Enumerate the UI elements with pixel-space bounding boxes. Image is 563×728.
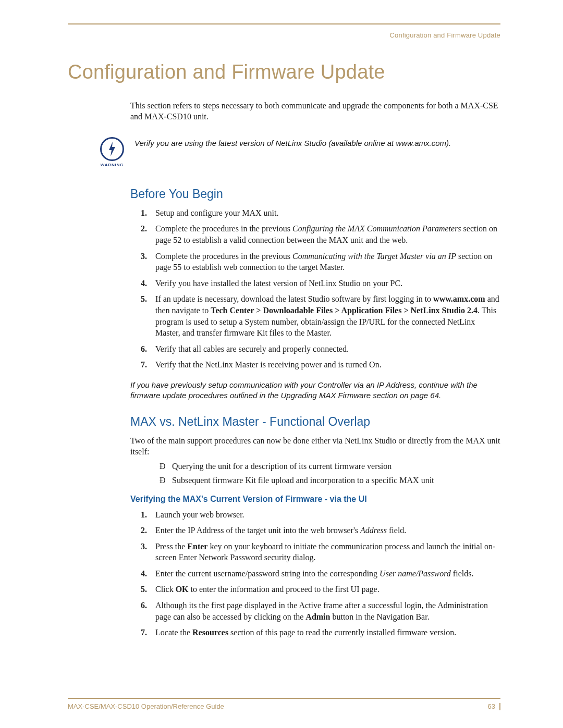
page-title: Configuration and Firmware Update [68,59,500,85]
intro-paragraph: This section refers to steps necessary t… [130,100,500,122]
step-italic: Communicating with the Target Master via… [292,252,456,261]
section-before-you-begin: Before You Begin [130,186,500,202]
step-bold: Enter [187,542,207,551]
step-text: If an update is necessary, download the … [155,294,433,303]
step-text: fields. [451,569,474,578]
list-item: 6.Verify that all cables are securely an… [141,343,500,355]
step-text: Verify that all cables are securely and … [155,344,349,353]
list-item: Querying the unit for a description of i… [160,461,500,472]
step-italic: User name/Password [380,569,451,578]
step-text: Enter the IP Address of the target unit … [155,526,360,535]
warning-icon-wrap: WARNING [99,137,125,168]
step-text: Complete the procedures in the previous [155,252,292,261]
section-functional-overlap: MAX vs. NetLinx Master - Functional Over… [130,414,500,430]
list-item: 7.Verify that the NetLinx Master is rece… [141,359,500,371]
step-text: field. [387,526,406,535]
list-item: 4.Verify you have installed the latest v… [141,278,500,289]
list-item: Subsequent firmware Kit file upload and … [160,475,500,486]
step-text: Verify that the NetLinx Master is receiv… [155,360,382,369]
list-item: 1.Launch your web browser. [141,509,500,521]
step-bold: OK [176,585,189,594]
list-item: 4. Enter the current username/password s… [141,568,500,579]
subsection-verify-firmware: Verifying the MAX's Current Version of F… [130,493,500,505]
page-number-rule [499,703,500,710]
step-bold: Admin [305,612,330,621]
step-italic: Configuring the MAX Communication Parame… [292,224,461,233]
step-text: Setup and configure your MAX unit. [155,208,278,217]
step-text: Launch your web browser. [155,510,244,519]
warning-icon [100,137,124,161]
step-bold: www.amx.com [433,294,485,303]
before-steps-list: 1.Setup and configure your MAX unit. 2. … [141,207,500,371]
step-italic: Address [360,526,387,535]
warning-text: Verify you are using the latest version … [134,137,451,149]
overlap-intro: Two of the main support procedures can n… [130,435,500,458]
step-text: button in the Navigation Bar. [330,612,429,621]
top-rule [68,23,500,24]
warning-label: WARNING [99,163,125,168]
step-bold: Resources [192,628,228,637]
page-number: 63 [488,702,495,711]
step-text: Verify you have installed the latest ver… [155,279,402,288]
step-text: Press the [155,542,187,551]
step-text: Locate the [155,628,192,637]
list-item: 5. If an update is necessary, download t… [141,293,500,338]
step-text: section of this page to read the current… [228,628,456,637]
verify-steps-list: 1.Launch your web browser. 2. Enter the … [141,509,500,638]
lightning-icon [108,142,116,156]
list-item: 2. Enter the IP Address of the target un… [141,525,500,536]
list-item: 3. Press the Enter key on your keyboard … [141,541,500,563]
list-item: 2. Complete the procedures in the previo… [141,223,500,245]
list-item: 3. Complete the procedures in the previo… [141,251,500,273]
document-page: Configuration and Firmware Update Config… [0,0,563,728]
overlap-bullets: Querying the unit for a description of i… [160,461,500,486]
step-text: Complete the procedures in the previous [155,224,292,233]
page-footer: MAX-CSE/MAX-CSD10 Operation/Reference Gu… [68,698,500,711]
list-item: 5. Click OK to enter the information and… [141,584,500,595]
list-item: 6. Although its the first page displayed… [141,600,500,622]
step-text: to enter the information and proceed to … [189,585,380,594]
list-item: 1.Setup and configure your MAX unit. [141,207,500,219]
footer-doc-title: MAX-CSE/MAX-CSD10 Operation/Reference Gu… [68,702,224,711]
step-bold: Tech Center > Downloadable Files > Appli… [211,306,478,315]
warning-callout: WARNING Verify you are using the latest … [99,137,500,168]
step-text: Click [155,585,176,594]
note-block: If you have previously setup communicati… [130,380,500,401]
step-text: Enter the current username/password stri… [155,569,380,578]
running-head: Configuration and Firmware Update [68,31,500,40]
list-item: 7. Locate the Resources section of this … [141,627,500,638]
footer-page-number: 63 [488,702,500,711]
